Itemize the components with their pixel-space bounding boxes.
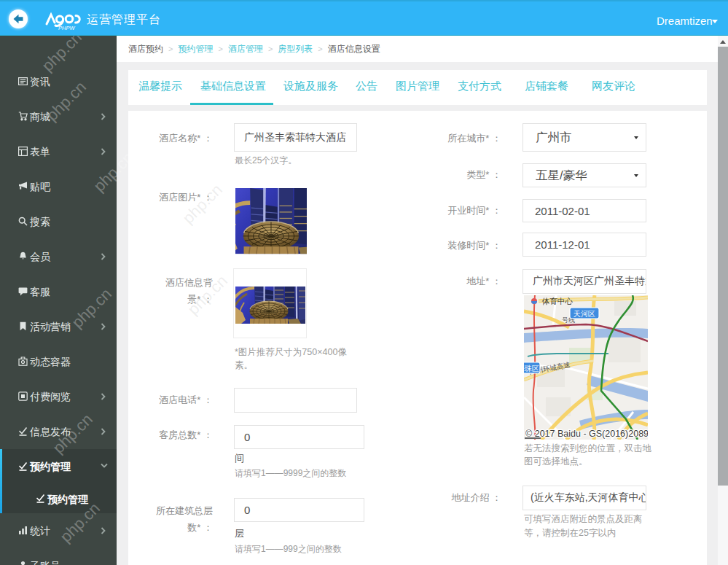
svg-text:体育中心: 体育中心 <box>541 297 574 305</box>
svg-text:PHPW: PHPW <box>58 25 75 31</box>
svg-text:海珠区: 海珠区 <box>524 365 539 373</box>
svg-text:天河区: 天河区 <box>574 310 595 318</box>
svg-text:© 2017 Baidu - GS(2016)2089号: © 2017 Baidu - GS(2016)2089号 <box>525 429 648 439</box>
